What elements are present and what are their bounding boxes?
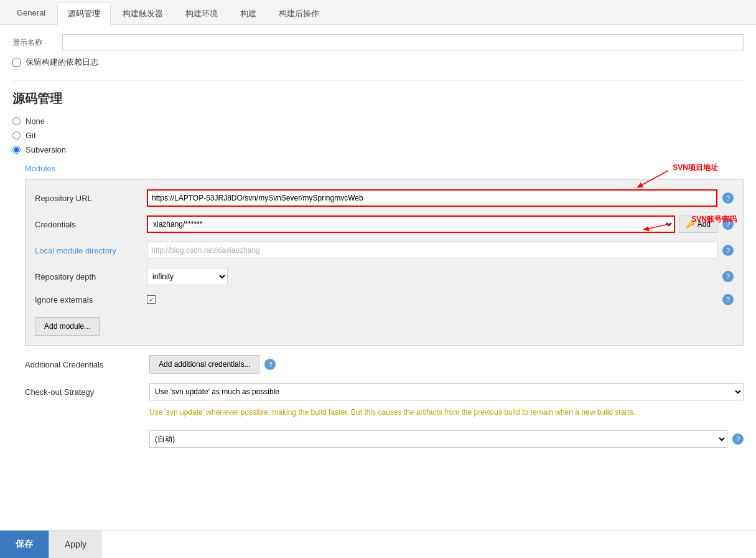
credentials-select[interactable]: xiazhang/******: [147, 215, 675, 233]
display-name-input[interactable]: [62, 34, 744, 50]
ignore-externals-help-icon[interactable]: ?: [722, 294, 734, 305]
radio-none-input[interactable]: [12, 117, 21, 125]
main-content: 显示名称 保留构建的依赖日志 源码管理 None Git Subversion …: [0, 25, 756, 548]
local-module-row: Local module directory ?: [35, 242, 734, 259]
preserve-deps-row: 保留构建的依赖日志: [12, 57, 744, 68]
display-name-label: 显示名称: [12, 37, 56, 48]
ignore-externals-label: Ignore externals: [35, 295, 147, 305]
bottom-bar: 保存 Apply: [0, 530, 756, 548]
checkout-strategy-select[interactable]: Use 'svn update' as much as possible Alw…: [149, 383, 744, 400]
ignore-externals-checkbox[interactable]: [147, 295, 156, 304]
radio-none: None: [12, 116, 744, 126]
display-name-row: 显示名称: [12, 34, 744, 50]
checkout-desc: Use 'svn update' whenever possible, maki…: [149, 407, 744, 418]
trigger-help-icon[interactable]: ?: [732, 433, 744, 445]
additional-credentials-section: Additional Credentials Add additional cr…: [25, 355, 744, 374]
repo-url-help-icon[interactable]: ?: [722, 192, 734, 204]
repo-url-label: Repository URL: [35, 194, 147, 203]
credentials-label: Credentials: [35, 220, 147, 229]
ignore-externals-row: Ignore externals ?: [35, 294, 734, 305]
tab-scm[interactable]: 源码管理: [57, 2, 111, 25]
radio-git-label: Git: [26, 131, 36, 140]
subversion-section: Modules SVN项目地址 SVN账号密码 Repository URL: [25, 164, 744, 448]
preserve-deps-label: 保留构建的依赖日志: [26, 57, 98, 68]
annotation-svn-cred: SVN账号密码: [691, 214, 737, 225]
tab-general[interactable]: General: [6, 2, 56, 24]
tab-triggers[interactable]: 构建触发器: [112, 2, 174, 24]
local-module-input[interactable]: [147, 242, 717, 259]
radio-none-label: None: [26, 116, 45, 126]
checkout-strategy-section: Check-out Strategy Use 'svn update' as m…: [25, 383, 744, 400]
ignore-externals-field: [147, 295, 717, 304]
add-module-button[interactable]: Add module...: [35, 317, 100, 336]
trigger-select[interactable]: (自动): [149, 430, 727, 448]
additional-credentials-help-icon[interactable]: ?: [264, 359, 276, 370]
tab-build[interactable]: 构建: [230, 2, 267, 24]
repo-depth-field: infinity empty files immediates unknown: [147, 268, 717, 285]
svg-line-1: [643, 224, 671, 230]
section-title: 源码管理: [12, 90, 744, 107]
credentials-row: Credentials xiazhang/****** 🔑 Add ?: [35, 215, 734, 233]
tabs-bar: General 源码管理 构建触发器 构建环境 构建 构建后操作: [0, 0, 756, 25]
radio-subversion-label: Subversion: [26, 145, 66, 154]
modules-panel: SVN项目地址 SVN账号密码 Repository URL ?: [25, 179, 744, 346]
tab-post[interactable]: 构建后操作: [268, 2, 330, 24]
preserve-deps-checkbox[interactable]: [12, 59, 21, 67]
svg-line-0: [637, 171, 668, 187]
repo-depth-select[interactable]: infinity empty files immediates unknown: [147, 268, 228, 285]
checkout-strategy-label: Check-out Strategy: [25, 387, 149, 397]
save-button[interactable]: 保存: [0, 531, 49, 548]
apply-button[interactable]: Apply: [49, 531, 102, 548]
local-module-field: [147, 242, 717, 259]
local-module-label: Local module directory: [35, 246, 147, 255]
radio-subversion: Subversion: [12, 145, 744, 154]
annotation-cred-arrow: [637, 217, 674, 236]
repo-depth-label: Repository depth: [35, 272, 147, 281]
radio-subversion-input[interactable]: [12, 146, 21, 154]
local-module-help-icon[interactable]: ?: [722, 245, 734, 256]
radio-git: Git: [12, 131, 744, 140]
additional-credentials-label: Additional Credentials: [25, 360, 149, 369]
add-additional-credentials-button[interactable]: Add additional credentials...: [149, 355, 259, 374]
scm-options: None Git Subversion: [12, 116, 744, 154]
trigger-row: (自动) ?: [25, 430, 744, 448]
credentials-field: xiazhang/****** 🔑 Add: [147, 215, 717, 233]
tab-env[interactable]: 构建环境: [175, 2, 228, 24]
repo-depth-row: Repository depth infinity empty files im…: [35, 268, 734, 285]
top-section: 显示名称 保留构建的依赖日志: [12, 34, 744, 81]
annotation-url-arrow: [625, 168, 674, 192]
repo-depth-help-icon[interactable]: ?: [722, 271, 734, 282]
annotation-svn-url: SVN项目地址: [673, 163, 718, 173]
radio-git-input[interactable]: [12, 131, 21, 140]
